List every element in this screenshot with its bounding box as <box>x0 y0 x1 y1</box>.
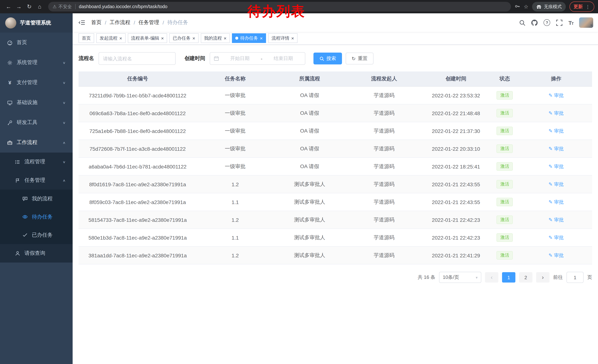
approve-link[interactable]: ✎审批 <box>548 110 564 116</box>
next-page-button[interactable]: › <box>536 272 549 283</box>
page-size-select[interactable]: 10条/页 ▾ <box>439 272 481 283</box>
forward-icon[interactable]: → <box>14 2 24 11</box>
search-button[interactable]: 搜索 <box>314 53 342 65</box>
user-menu[interactable]: ▾ <box>579 17 592 28</box>
status-badge: 激活 <box>497 233 513 242</box>
task-name: 1.2 <box>197 211 274 229</box>
tab-process-detail[interactable]: 流程详情 × <box>268 33 297 43</box>
reload-icon[interactable]: ↻ <box>25 2 34 11</box>
font-size-icon[interactable]: TT <box>568 19 573 26</box>
security-label[interactable]: 不安全 <box>58 4 72 10</box>
github-icon[interactable] <box>531 19 538 26</box>
sidebar-item-done-tasks[interactable]: 已办任务 <box>0 226 73 244</box>
close-icon[interactable]: × <box>161 36 164 40</box>
close-icon[interactable]: × <box>224 36 227 40</box>
search-icon[interactable] <box>519 19 525 26</box>
sidebar-item-home[interactable]: 首页 <box>0 32 73 53</box>
close-icon[interactable]: × <box>192 36 195 40</box>
tab-done-tasks[interactable]: 已办任务 × <box>169 33 199 43</box>
incognito-icon <box>536 4 542 9</box>
tab-home[interactable]: 首页 <box>79 33 94 43</box>
fullscreen-icon[interactable] <box>556 19 562 26</box>
sidebar-item-todo-tasks[interactable]: 待办任务 <box>0 208 73 226</box>
sidebar-item-devtools[interactable]: 研发工具 ∨ <box>0 113 73 133</box>
approve-link[interactable]: ✎审批 <box>548 217 564 223</box>
task-starter: 芋道源码 <box>346 87 423 104</box>
url-text[interactable]: dashboard.yudao.iocoder.cn/bpm/task/todo <box>79 4 167 9</box>
calendar-icon <box>214 56 219 61</box>
page-button-1[interactable]: 1 <box>502 272 515 283</box>
task-process: OA 请假 <box>274 104 346 122</box>
browser-menu-icon[interactable]: ⋮ <box>585 4 590 9</box>
end-date-placeholder[interactable]: 结束日期 <box>265 55 301 62</box>
chat-icon <box>22 196 28 202</box>
breadcrumb-home[interactable]: 首页 <box>91 19 101 26</box>
chevron-down-icon: ∨ <box>63 61 66 65</box>
sidebar-item-workflow[interactable]: 工作流程 ∧ <box>0 133 73 153</box>
close-icon[interactable]: × <box>291 36 294 40</box>
breadcrumb-workflow[interactable]: 工作流程 <box>110 19 130 26</box>
chevron-down-icon: ∨ <box>63 121 66 125</box>
sidebar-item-payment[interactable]: ¥ 支付管理 ∨ <box>0 73 73 93</box>
sidebar-item-process-mgmt[interactable]: 流程管理 ∨ <box>0 153 73 171</box>
approve-link[interactable]: ✎审批 <box>548 163 564 170</box>
bookmark-star-icon[interactable]: ☆ <box>524 4 528 10</box>
back-icon[interactable]: ← <box>4 2 13 11</box>
task-name: 一级审批 <box>197 87 274 104</box>
table-row: a6aba0a4-7b6d-11ec-b781-acde48001122 一级审… <box>79 158 592 175</box>
task-process: OA 请假 <box>274 87 346 104</box>
col-process: 所属流程 <box>274 72 346 87</box>
goto-page-input[interactable] <box>566 272 583 283</box>
help-icon[interactable]: ? <box>544 19 550 26</box>
update-label[interactable]: 更新 <box>573 4 583 10</box>
task-id: 73211d9d-7b9b-11ec-b5b7-acde48001122 <box>79 87 197 104</box>
tab-todo-tasks[interactable]: 待办任务 × <box>232 33 266 43</box>
col-status: 状态 <box>490 72 520 87</box>
tab-form-edit[interactable]: 流程表单-编辑 × <box>128 33 167 43</box>
home-icon[interactable]: ⌂ <box>35 2 44 11</box>
start-date-placeholder[interactable]: 开始日期 <box>222 55 258 62</box>
sidebar-item-task-mgmt[interactable]: 任务管理 ∧ <box>0 171 73 190</box>
approve-link[interactable]: ✎审批 <box>548 181 564 187</box>
approve-link[interactable]: ✎审批 <box>548 92 564 99</box>
reset-button[interactable]: ↻ 重置 <box>346 53 374 65</box>
tab-start-process[interactable]: 发起流程 × <box>96 33 125 43</box>
approve-link[interactable]: ✎审批 <box>548 145 564 152</box>
tab-my-process[interactable]: 我的流程 × <box>201 33 230 43</box>
address-bar[interactable]: ⚠ 不安全 dashboard.yudao.iocoder.cn/bpm/tas… <box>48 2 511 11</box>
edit-icon: ✎ <box>548 217 553 223</box>
task-name: 一级审批 <box>197 158 274 175</box>
page-button-2[interactable]: 2 <box>519 272 532 283</box>
breadcrumb-task-mgmt[interactable]: 任务管理 <box>139 19 159 26</box>
incognito-label: 无痕模式 <box>544 4 562 10</box>
col-create-time: 创建时间 <box>423 72 489 87</box>
sidebar-item-my-process[interactable]: 我的流程 <box>0 190 73 208</box>
close-icon[interactable]: × <box>119 36 122 40</box>
warning-icon: ⚠ <box>53 4 57 9</box>
sidebar-collapse-icon[interactable] <box>79 19 85 26</box>
approve-link[interactable]: ✎审批 <box>548 234 564 241</box>
task-name: 一级审批 <box>197 140 274 158</box>
sidebar-item-infra[interactable]: 基础设施 ∨ <box>0 93 73 113</box>
task-process: 测试多审批人 <box>274 193 346 211</box>
search-icon <box>319 56 324 61</box>
prev-page-button[interactable]: ‹ <box>485 272 498 283</box>
approve-link[interactable]: ✎审批 <box>548 252 564 259</box>
approve-link[interactable]: ✎审批 <box>548 128 564 134</box>
edit-icon: ✎ <box>548 93 553 98</box>
approve-link[interactable]: ✎审批 <box>548 199 564 205</box>
process-name-input[interactable] <box>99 52 176 65</box>
pagination: 共 16 条 10条/页 ▾ ‹ 1 2 › 前往 页 <box>79 272 592 283</box>
date-range-picker[interactable]: 开始日期 - 结束日期 <box>210 52 305 65</box>
task-time: 2022-01-21 22:41:29 <box>423 246 489 264</box>
status-badge: 激活 <box>497 109 513 117</box>
update-chip[interactable]: 更新 ⋮ <box>569 1 594 12</box>
incognito-badge: 无痕模式 <box>532 2 566 11</box>
sidebar-logo[interactable]: 芋道管理系统 <box>0 13 73 32</box>
sidebar-item-leave-query[interactable]: 请假查询 <box>0 244 73 263</box>
password-key-icon[interactable] <box>515 4 520 10</box>
task-starter: 芋道源码 <box>346 104 423 122</box>
sidebar-item-system[interactable]: 系统管理 ∨ <box>0 53 73 73</box>
close-icon[interactable]: × <box>260 36 263 40</box>
table-row: 8f059c03-7ac8-11ec-a9e2-a2380e71991a 1.1… <box>79 193 592 211</box>
